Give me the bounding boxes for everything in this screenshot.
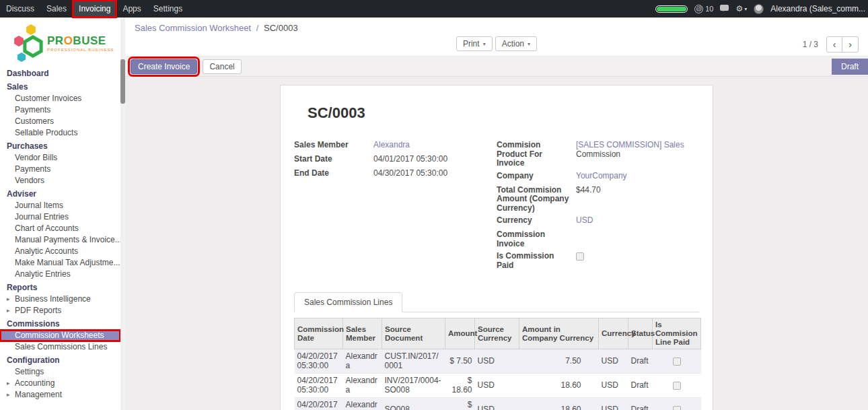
chat-icon[interactable] [720,5,729,11]
field-label: Total Commision Amount (Company Currency… [497,184,576,213]
sidebar-item-label: Chart of Accounts [15,224,79,233]
sidebar-item-chart-of-accounts[interactable]: Chart of Accounts [0,223,120,234]
sidebar-scrollbar[interactable] [120,18,125,410]
sidebar-item-sales[interactable]: Sales [0,81,120,93]
sidebar-item-journal-items[interactable]: Journal Items [0,200,120,211]
field-value: 04/30/2017 05:30:00 [373,168,497,178]
sidebar-item-vendor-bills[interactable]: Vendor Bills [0,152,120,164]
sidebar-item-analytic-entries[interactable]: Analytic Entries [0,269,120,280]
sidebar-item-analytic-accounts[interactable]: Analytic Accounts [0,246,120,257]
sidebar-item-customer-invoices[interactable]: Customer Invoices [0,93,120,104]
tab-sales-commission-lines[interactable]: Sales Commission Lines [294,292,402,312]
sidebar-item-label: Business Intelligence [15,294,91,304]
create-invoice-button[interactable]: Create Invoice [131,59,197,74]
sidebar-item-configuration[interactable]: Configuration [0,355,120,366]
topbar-item-sales[interactable]: Sales [40,0,73,18]
sidebar-item-label: Configuration [7,355,60,365]
field-groups: Sales MemberAlexandraStart Date04/01/201… [294,139,699,272]
sidebar-item-adviser[interactable]: Adviser [0,189,120,200]
chevron-down-icon: ▾ [744,6,747,12]
activity-counter[interactable]: @ 10 [694,5,713,13]
left-field-group: Sales MemberAlexandraStart Date04/01/201… [294,139,497,272]
field-commission-invoice: Commission Invoice [497,229,699,248]
pager: 1 / 3 ‹ › [803,36,859,53]
field-commision-product-for-invoice: Commision Product For Invoice[SALES COMM… [497,139,699,168]
cell-sales-member: Alexandra [343,374,382,398]
sidebar-item-dashboard[interactable]: Dashboard [0,68,120,79]
cell-source-document: SO008 [382,398,445,410]
gear-menu[interactable]: ⚙ ▾ [735,4,747,13]
sidebar-item-vendors[interactable]: Vendors [0,175,120,186]
field-value-link[interactable]: YourCompany [576,171,627,180]
sidebar-item-journal-entries[interactable]: Journal Entries [0,211,120,223]
commission-line-row[interactable]: 04/20/2017 05:30:00AlexandraINV/2017/000… [295,374,701,398]
status-badge: Draft [832,59,868,75]
sidebar-item-label: PDF Reports [15,306,61,315]
sidebar-item-label: Analytic Accounts [15,246,78,256]
cell-amount-in-company-currency: 18.60 [519,374,599,398]
sidebar-item-label: Dashboard [7,69,49,78]
sidebar-item-sales-commissions-lines[interactable]: Sales Commissions Lines [0,341,120,353]
sidebar-item-sellable-products[interactable]: Sellable Products [0,127,120,139]
topbar-item-invoicing[interactable]: Invoicing [73,0,116,18]
topbar: DiscussSalesInvoicingAppsSettings @ 10 ⚙… [0,0,868,18]
chevron-down-icon: ▾ [483,41,486,47]
sidebar-scrollbar-thumb[interactable] [120,59,125,104]
field-value-link[interactable]: USD [576,215,593,225]
expand-caret-icon: ▸ [7,378,10,389]
column-header-currency[interactable]: Currency [599,318,628,349]
column-header-amount-in-company-currency[interactable]: Amount in Company Currency [519,318,599,349]
sidebar-item-reports[interactable]: Reports [0,282,120,294]
cancel-button[interactable]: Cancel [203,59,241,74]
sidebar-item-commission-worksheets[interactable]: Commission Worksheets [0,330,120,341]
user-menu[interactable]: Alexandra (Sales_comm... [770,4,865,13]
checkbox-unchecked[interactable] [576,252,584,261]
sidebar-item-label: Analytic Entries [15,269,71,279]
sidebar-item-accounting[interactable]: ▸Accounting [0,378,120,389]
topbar-item-apps[interactable]: Apps [116,0,147,18]
pager-previous-button[interactable]: ‹ [826,36,842,53]
topbar-item-discuss[interactable]: Discuss [0,0,40,18]
column-header-is-commision-line-paid[interactable]: Is Commision Line Paid [653,318,701,349]
probuse-logo: PROBUSE PROFESSIONAL BUSINESS [0,18,125,66]
sidebar-item-purchases[interactable]: Purchases [0,141,120,152]
sidebar-item-label: Sales [7,82,28,92]
sidebar-item-manual-payments-invoice[interactable]: Manual Payments & Invoice... [0,234,120,246]
pager-next-button[interactable]: › [842,36,859,53]
field-value-link[interactable]: Alexandra [373,140,410,149]
column-header-source-currency[interactable]: Source Currency [475,318,519,349]
sidebar-item-commissions[interactable]: Commissions [0,318,120,330]
sidebar-item-payments[interactable]: Payments [0,164,120,175]
topbar-item-settings[interactable]: Settings [147,0,188,18]
column-header-commission-date[interactable]: Commission Date [295,318,343,349]
commission-line-row[interactable]: 04/20/2017 05:30:00AlexandraCUST.IN/2017… [295,349,701,374]
cell-source-currency: USD [475,349,519,374]
field-value: 04/01/2017 05:30:00 [373,153,497,164]
column-header-source-document[interactable]: Source Document [382,318,445,349]
sidebar-item-management[interactable]: ▸Management [0,389,120,401]
field-value-link[interactable]: [SALES COMMISSION] Sales [576,140,684,149]
form-statusbar: Create Invoice Cancel Draft [125,57,868,77]
breadcrumb-separator: / [256,23,259,33]
sidebar-item-business-intelligence[interactable]: ▸Business Intelligence [0,294,120,305]
sidebar-item-label: Reports [7,283,37,292]
field-value: YourCompany [576,170,699,181]
sidebar-item-make-manual-tax-adjustme[interactable]: Make Manual Tax Adjustme... [0,257,120,269]
sidebar-item-pdf-reports[interactable]: ▸PDF Reports [0,305,120,316]
sidebar-item-label: Settings [15,367,44,376]
field-value: $44.70 [576,184,699,195]
column-header-status[interactable]: Status [628,318,653,349]
breadcrumb-parent[interactable]: Sales Commission Worksheet [135,23,251,33]
action-button[interactable]: Action ▾ [495,36,537,51]
trial-progress-fill [657,7,686,11]
sidebar-item-settings[interactable]: Settings [0,366,120,378]
cell-amount: $ 18.60 [445,374,475,398]
commission-line-row[interactable]: 04/20/2017 10:35:53AlexandraSO008$ 18.60… [295,398,701,410]
print-button[interactable]: Print ▾ [456,36,493,51]
column-header-sales-member[interactable]: Sales Member [343,318,382,349]
line-paid-checkbox [673,357,681,366]
sidebar-item-payments[interactable]: Payments [0,104,120,116]
sidebar-item-customers[interactable]: Customers [0,116,120,127]
column-header-amount[interactable]: Amount [445,318,475,349]
sidebar-item-label: Adviser [7,189,36,199]
